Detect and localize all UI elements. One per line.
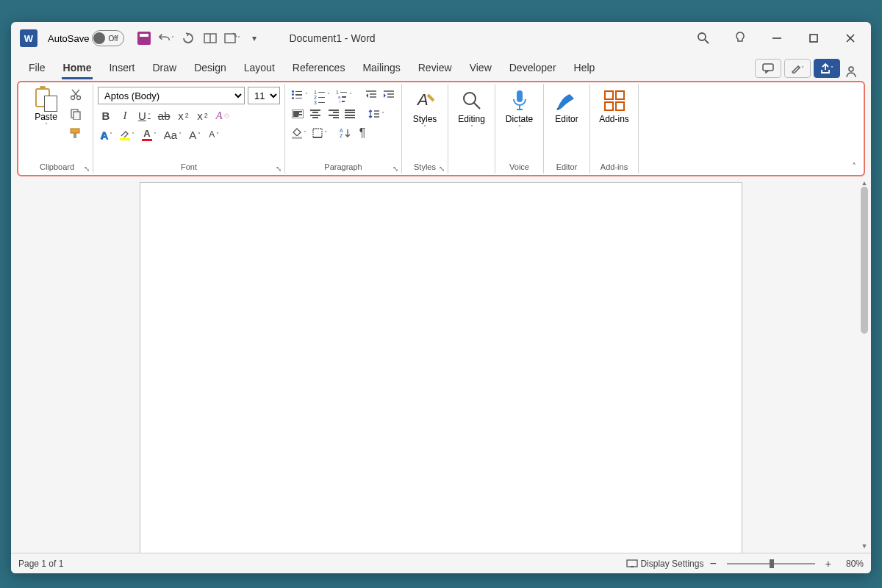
tab-references[interactable]: References xyxy=(284,57,354,78)
tab-insert[interactable]: Insert xyxy=(100,57,143,78)
shading-button[interactable]: ˅ xyxy=(290,125,309,141)
editing-mode-button[interactable]: ˅ xyxy=(784,59,811,78)
dialog-launcher-icon[interactable]: ⤡ xyxy=(392,165,398,173)
tab-design[interactable]: Design xyxy=(185,57,235,78)
italic-button[interactable]: I xyxy=(117,107,133,123)
dialog-launcher-icon[interactable]: ⤡ xyxy=(276,165,282,173)
subscript-button[interactable]: x2 xyxy=(176,107,192,123)
font-size-select[interactable]: 11 xyxy=(248,87,280,104)
svg-rect-9 xyxy=(763,64,773,71)
comments-button[interactable] xyxy=(755,59,781,78)
bold-button[interactable]: B xyxy=(98,107,114,123)
styles-icon: A xyxy=(412,88,437,113)
group-label: Editor xyxy=(556,162,578,171)
tab-mailings[interactable]: Mailings xyxy=(354,57,409,78)
editor-button[interactable]: Editor xyxy=(547,85,587,127)
styles-button[interactable]: A Styles˅ xyxy=(405,85,445,134)
grow-font-button[interactable]: A˄ xyxy=(187,126,203,143)
page-indicator[interactable]: Page 1 of 1 xyxy=(18,559,63,569)
collapse-ribbon-button[interactable]: ˄ xyxy=(852,162,856,172)
tab-file[interactable]: File xyxy=(20,57,54,78)
font-name-select[interactable]: Aptos (Body) xyxy=(98,87,245,104)
scroll-up-icon[interactable]: ▲ xyxy=(861,179,868,187)
clear-formatting-button[interactable]: A◇ xyxy=(214,107,232,123)
multilevel-list-button[interactable]: 1ai˅ xyxy=(334,87,354,103)
highlight-button[interactable]: ˅ xyxy=(118,126,137,143)
line-spacing-button[interactable]: ˅ xyxy=(366,106,387,122)
align-center-button[interactable] xyxy=(307,106,323,122)
tab-developer[interactable]: Developer xyxy=(501,57,565,78)
addins-button[interactable]: Add-ins xyxy=(595,85,634,127)
cut-button[interactable] xyxy=(67,87,85,103)
redo-button[interactable] xyxy=(180,30,196,46)
change-case-button[interactable]: Aa˅ xyxy=(162,126,184,143)
autosave[interactable]: AutoSave Off xyxy=(48,30,124,46)
group-label: Paragraph xyxy=(324,162,362,171)
zoom-level[interactable]: 80% xyxy=(837,559,864,569)
document-page[interactable] xyxy=(140,182,742,553)
autosave-toggle[interactable]: Off xyxy=(92,30,124,46)
align-left-button[interactable] xyxy=(290,106,306,122)
maximize-button[interactable] xyxy=(802,26,825,50)
tab-home[interactable]: Home xyxy=(54,57,101,78)
format-painter-button[interactable] xyxy=(67,125,85,141)
tab-help[interactable]: Help xyxy=(565,57,604,78)
qat-button-2[interactable]: ˅ xyxy=(224,30,240,46)
editor-pen-icon xyxy=(554,88,579,113)
group-addins: Add-ins Add-ins xyxy=(590,84,639,173)
paste-button[interactable]: Paste ˅ xyxy=(29,85,64,130)
scroll-down-icon[interactable]: ▼ xyxy=(861,542,868,550)
vertical-scrollbar[interactable]: ▲ ▼ xyxy=(859,179,870,550)
svg-text:Z: Z xyxy=(340,133,343,138)
svg-rect-39 xyxy=(616,102,624,110)
tab-layout[interactable]: Layout xyxy=(235,57,284,78)
search-icon[interactable] xyxy=(692,26,715,50)
align-right-button[interactable] xyxy=(325,106,341,122)
zoom-slider[interactable] xyxy=(727,563,815,564)
copy-button[interactable] xyxy=(67,106,85,122)
dictate-button[interactable]: Dictate˅ xyxy=(500,85,539,134)
decrease-indent-button[interactable] xyxy=(363,87,379,103)
underline-button[interactable]: U˅ xyxy=(136,107,153,123)
group-paragraph: ˅ 123˅ 1ai˅ ˅ xyxy=(285,84,402,173)
sort-button[interactable]: AZ xyxy=(337,125,353,141)
minimize-button[interactable] xyxy=(765,26,789,50)
borders-button[interactable]: ˅ xyxy=(310,125,329,141)
font-color-button[interactable]: A˅ xyxy=(140,126,159,143)
tab-draw[interactable]: Draw xyxy=(143,57,185,78)
superscript-button[interactable]: x2 xyxy=(195,107,211,123)
ribbon: Paste ˅ Clipboard⤡ Aptos (Body) 11 xyxy=(21,84,861,173)
share-button[interactable]: ˅ xyxy=(814,59,840,78)
display-settings-button[interactable]: Display Settings xyxy=(626,559,703,569)
lightbulb-icon[interactable] xyxy=(728,26,752,50)
tab-view[interactable]: View xyxy=(461,57,501,78)
shrink-font-button[interactable]: A˅ xyxy=(206,126,222,143)
undo-button[interactable]: ˅ xyxy=(158,30,174,46)
save-button[interactable] xyxy=(136,30,152,46)
increase-indent-button[interactable] xyxy=(381,87,397,103)
numbering-button[interactable]: 123˅ xyxy=(312,87,332,103)
dialog-launcher-icon[interactable]: ⤡ xyxy=(84,165,90,173)
zoom-in-button[interactable]: + xyxy=(825,558,831,570)
account-icon[interactable] xyxy=(840,65,862,78)
scroll-thumb[interactable] xyxy=(861,187,868,334)
show-marks-button[interactable]: ¶ xyxy=(354,125,370,141)
dialog-launcher-icon[interactable]: ⤡ xyxy=(439,165,445,173)
svg-point-12 xyxy=(76,96,80,100)
bullets-button[interactable]: ˅ xyxy=(290,87,310,103)
text-effects-button[interactable]: A˅ xyxy=(98,126,115,143)
title-bar: W AutoSave Off ˅ ˅ ▾ Document1 - Word xyxy=(11,22,871,54)
close-button[interactable] xyxy=(839,26,862,50)
svg-line-4 xyxy=(705,40,709,43)
qat-button-1[interactable] xyxy=(202,30,218,46)
group-label: Voice xyxy=(509,162,529,171)
zoom-out-button[interactable]: − xyxy=(709,557,716,570)
status-bar: Page 1 of 1 Display Settings − + 80% xyxy=(11,553,871,573)
group-label: Font xyxy=(181,162,197,171)
autosave-label: AutoSave xyxy=(48,33,89,44)
editing-button[interactable]: Editing˅ xyxy=(452,85,492,134)
qat-customize[interactable]: ▾ xyxy=(246,30,262,46)
strikethrough-button[interactable]: ab xyxy=(156,107,173,123)
tab-review[interactable]: Review xyxy=(409,57,461,78)
justify-button[interactable] xyxy=(343,106,359,122)
